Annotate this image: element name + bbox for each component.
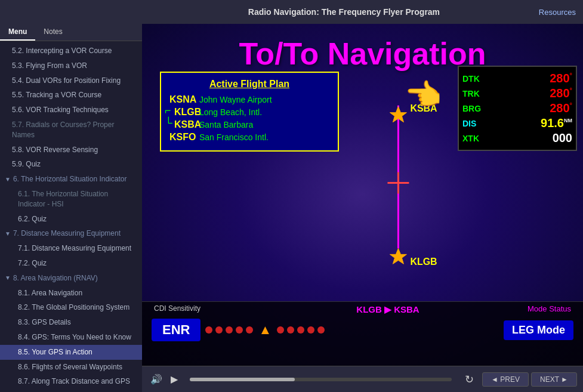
next-button[interactable]: NEXT ► xyxy=(531,372,577,387)
chevron-down-icon: ▼ xyxy=(5,175,11,184)
sidebar-item-8-3[interactable]: 8.3. GPS Details xyxy=(0,315,142,330)
progress-bar-fill xyxy=(190,378,295,381)
sidebar-section-8[interactable]: ▼ 8. Area Navigation (RNAV) xyxy=(0,271,142,286)
sidebar-item-8-4[interactable]: 8.4. GPS: Terms You Need to Know xyxy=(0,330,142,345)
cdi-dot xyxy=(297,326,304,334)
sidebar-section-7[interactable]: ▼ 7. Distance Measuring Equipment xyxy=(0,226,142,241)
sidebar-item-8-6[interactable]: 8.6. Flights of Several Waypoints xyxy=(0,360,142,375)
route-label: KLGB ▶ KSBA xyxy=(356,304,419,315)
cdi-arrow-icon: ▲ xyxy=(258,322,272,338)
sidebar-item-5-8[interactable]: 5.8. VOR Reverse Sensing xyxy=(0,143,142,158)
sidebar-section-6[interactable]: ▼ 6. The Horizontal Situation Indicator xyxy=(0,172,142,187)
chevron-down-icon: ▼ xyxy=(5,230,11,238)
progress-bar[interactable] xyxy=(190,378,452,381)
sidebar-item-5-9[interactable]: 5.9. Quiz xyxy=(0,157,142,172)
cdi-dot xyxy=(215,326,223,334)
cdi-dot xyxy=(307,326,314,334)
sidebar-item-8-2[interactable]: 8.2. The Global Positioning System xyxy=(0,300,142,315)
nav-bar: 🔊 ▶ ↻ ◄ PREV NEXT ► xyxy=(142,366,583,392)
sidebar-item-8-7[interactable]: 8.7. Along Track Distance and GPS xyxy=(0,374,142,389)
mode-status-label: Mode Status xyxy=(528,304,571,315)
sidebar-item-7-2[interactable]: 7.2. Quiz xyxy=(0,256,142,271)
sidebar-item-6-1[interactable]: 6.1. The Horizontal Situation Indicator … xyxy=(0,187,142,212)
sidebar-item-5-4[interactable]: 5.4. Dual VORs for Position Fixing xyxy=(0,73,142,88)
chevron-down-icon: ▼ xyxy=(5,274,11,282)
slide-container: To/To Navigation Active Flight Plan KSNA… xyxy=(142,24,583,366)
sidebar-item-8-5[interactable]: 8.5. Your GPS in Action xyxy=(0,345,142,360)
cdi-bar-row: ENR ▲ xyxy=(142,315,583,345)
cdi-sensitivity-label: CDI Sensitivity xyxy=(154,304,200,315)
slide-inner: To/To Navigation Active Flight Plan KSNA… xyxy=(142,24,583,366)
cdi-dot xyxy=(277,326,284,334)
sidebar-item-5-3[interactable]: 5.3. Flying From a VOR xyxy=(0,58,142,73)
media-controls: 🔊 ▶ xyxy=(148,372,180,386)
enr-box: ENR xyxy=(152,319,200,341)
nav-buttons: ◄ PREV NEXT ► xyxy=(482,372,577,387)
main-layout: Menu Notes 5.2. Intercepting a VOR Cours… xyxy=(0,24,583,392)
cdi-dot xyxy=(287,326,294,334)
sidebar-item-5-5[interactable]: 5.5. Tracking a VOR Course xyxy=(0,88,142,103)
sidebar-item-5-6[interactable]: 5.6. VOR Tracking Techniques xyxy=(0,103,142,118)
top-bar: Radio Navigation: The Frequency Flyer Pr… xyxy=(0,0,583,24)
sidebar-item-5-7[interactable]: 5.7. Radials or Courses? Proper Names xyxy=(0,118,142,143)
sidebar-content: 5.2. Intercepting a VOR Course 5.3. Flyi… xyxy=(0,41,142,392)
cdi-dot xyxy=(236,326,243,334)
tab-menu[interactable]: Menu xyxy=(0,24,35,41)
svg-text:KLGB: KLGB xyxy=(410,257,437,267)
cdi-dots-container: ▲ xyxy=(205,322,499,338)
cdi-dot xyxy=(226,326,233,334)
cdi-panel: CDI Sensitivity KLGB ▶ KSBA Mode Status … xyxy=(142,301,583,366)
hand-pointer-icon: 👉 xyxy=(406,78,443,112)
svg-marker-4 xyxy=(390,248,406,264)
page-title: Radio Navigation: The Frequency Flyer Pr… xyxy=(149,7,539,17)
sidebar-item-5-2[interactable]: 5.2. Intercepting a VOR Course xyxy=(0,44,142,58)
content-area: To/To Navigation Active Flight Plan KSNA… xyxy=(142,24,583,392)
sidebar-item-6-2[interactable]: 6.2. Quiz xyxy=(0,212,142,227)
volume-icon[interactable]: 🔊 xyxy=(148,372,165,386)
sidebar-item-7-1[interactable]: 7.1. Distance Measuring Equipment xyxy=(0,241,142,256)
prev-button[interactable]: ◄ PREV xyxy=(482,372,529,387)
resources-link[interactable]: Resources xyxy=(539,8,576,17)
leg-mode-box: LEG Mode xyxy=(504,320,573,340)
refresh-button[interactable]: ↻ xyxy=(461,372,477,387)
sidebar-tabs: Menu Notes xyxy=(0,24,142,41)
sidebar-item-8-8[interactable]: 8.8. Quiz xyxy=(0,389,142,392)
play-button[interactable]: ▶ xyxy=(168,372,180,386)
sidebar: Menu Notes 5.2. Intercepting a VOR Cours… xyxy=(0,24,142,392)
sidebar-item-8-1[interactable]: 8.1. Area Navigation xyxy=(0,286,142,301)
cdi-dot xyxy=(205,326,212,334)
tab-notes[interactable]: Notes xyxy=(35,24,70,41)
cdi-dot xyxy=(246,326,253,334)
cdi-labels-row: CDI Sensitivity KLGB ▶ KSBA Mode Status xyxy=(142,302,583,315)
cdi-dot xyxy=(317,326,325,334)
